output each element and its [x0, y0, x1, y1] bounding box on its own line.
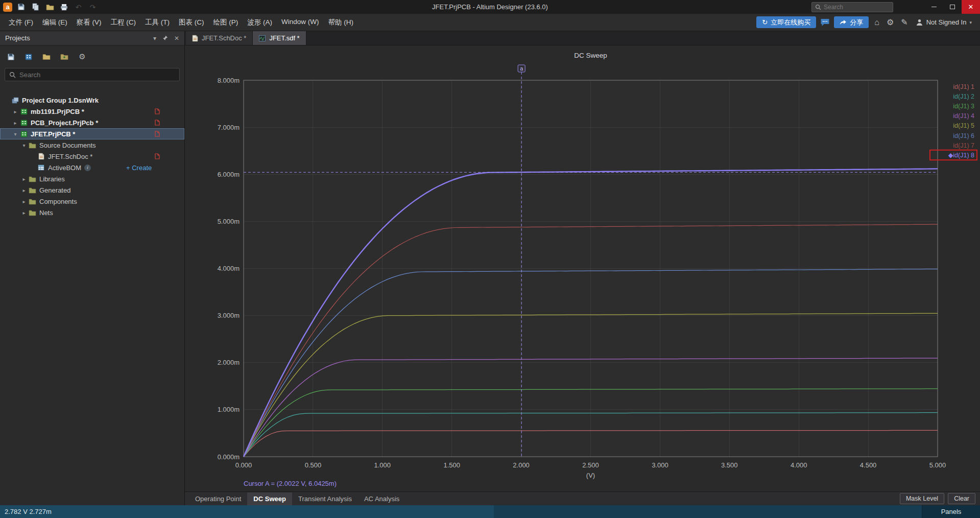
tree-item-libraries[interactable]: ▸Libraries	[0, 173, 184, 184]
svg-text:2.500: 2.500	[582, 461, 599, 469]
chat-icon[interactable]	[820, 18, 830, 27]
documents-icon[interactable]	[31, 3, 40, 11]
tree-item-project-group-1-dsnwrk[interactable]: Project Group 1.DsnWrk	[0, 95, 184, 106]
legend-entry-2[interactable]: id(J1) 2	[953, 93, 974, 100]
tree-item-label: mb1191.PrjPCB *	[31, 108, 84, 115]
chevron-right-icon[interactable]: ▸	[20, 187, 28, 193]
buy-online-button[interactable]: ↻ 立即在线购买	[756, 16, 816, 28]
customize-icon[interactable]: ✎	[899, 17, 909, 27]
panels-button[interactable]: Panels	[922, 505, 980, 518]
print-icon[interactable]	[60, 3, 68, 11]
chevron-right-icon[interactable]: ▸	[20, 210, 28, 216]
menu-item-e[interactable]: 编辑 (E)	[38, 14, 72, 31]
svg-text:2.000m: 2.000m	[218, 359, 240, 366]
legend-entry-5[interactable]: id(J1) 5	[953, 122, 974, 129]
analysis-tab-operating-point[interactable]: Operating Point	[189, 492, 247, 505]
projects-search[interactable]	[5, 68, 180, 81]
projects-toolbar: ⚙	[0, 45, 184, 61]
menu-item-window-w[interactable]: Window (W)	[277, 14, 324, 31]
create-link[interactable]: + Create	[126, 164, 152, 172]
titlebar-search-input[interactable]	[824, 4, 890, 11]
schdoc-icon	[36, 153, 46, 160]
tree-item-nets[interactable]: ▸Nets	[0, 207, 184, 218]
altium-logo-icon[interactable]: a	[3, 3, 12, 12]
maximize-button[interactable]	[943, 0, 962, 14]
chevron-right-icon[interactable]: ▸	[12, 109, 19, 114]
tree-item-source-documents[interactable]: ▾Source Documents	[0, 139, 184, 151]
menu-item-c[interactable]: 图表 (C)	[174, 14, 209, 31]
analysis-tab-dc-sweep[interactable]: DC Sweep	[247, 492, 292, 505]
info-icon: i	[84, 164, 91, 171]
menu-item-c[interactable]: 工程 (C)	[106, 14, 141, 31]
analysis-tabs: Operating PointDC SweepTransient Analysi…	[189, 492, 405, 505]
chevron-right-icon[interactable]: ▸	[20, 199, 28, 204]
document-tab-jfet-schdoc[interactable]: JFET.SchDoc *	[186, 31, 253, 45]
menu-item-v[interactable]: 察看 (V)	[72, 14, 106, 31]
menubar: 文件 (F)编辑 (E)察看 (V)工程 (C)工具 (T)图表 (C)绘图 (…	[0, 14, 980, 31]
chevron-down-icon[interactable]: ▾	[12, 131, 19, 137]
pin-icon[interactable]	[162, 35, 168, 41]
mask-level-button[interactable]: Mask Level	[900, 493, 944, 504]
gear-icon[interactable]: ⚙	[885, 17, 895, 27]
gear-icon[interactable]: ⚙	[78, 52, 87, 61]
analysis-tab-transient-analysis[interactable]: Transient Analysis	[292, 492, 358, 505]
tab-label: JFET.SchDoc *	[202, 34, 246, 42]
titlebar-search[interactable]	[811, 2, 893, 12]
panel-menu-icon[interactable]: ▾	[153, 35, 156, 42]
svg-text:3.000m: 3.000m	[218, 312, 240, 319]
tree-item-components[interactable]: ▸Components	[0, 196, 184, 207]
document-tab-jfet-sdf[interactable]: JFET.sdf *	[253, 31, 306, 45]
save-icon[interactable]	[6, 52, 15, 61]
tree-item-jfet-prjpcb[interactable]: ▾JFET.PrjPCB *	[0, 128, 184, 139]
x-axis-unit: (V)	[586, 472, 595, 479]
analysis-tab-ac-analysis[interactable]: AC Analysis	[358, 492, 405, 505]
undo-icon[interactable]: ↶	[74, 3, 83, 11]
project-icon	[19, 120, 29, 126]
menubar-items: 文件 (F)编辑 (E)察看 (V)工程 (C)工具 (T)图表 (C)绘图 (…	[4, 14, 358, 31]
projects-panel-header: Projects ▾ ✕	[0, 31, 184, 45]
home-icon[interactable]: ⌂	[873, 18, 881, 27]
y-axis-labels: 0.000m1.000m2.000m3.000m4.000m5.000m6.00…	[218, 77, 240, 461]
share-button[interactable]: 分享	[834, 16, 869, 28]
chevron-right-icon[interactable]: ▸	[20, 176, 28, 182]
cursor-a-handle[interactable]: a	[518, 65, 525, 72]
svg-text:5.000: 5.000	[929, 461, 946, 469]
menu-item-h[interactable]: 帮助 (H)	[324, 14, 358, 31]
chevron-down-icon[interactable]: ▾	[20, 143, 28, 148]
save-icon[interactable]	[17, 3, 26, 11]
close-button[interactable]: ✕	[962, 0, 980, 14]
signin-menu[interactable]: Not Signed In ▾	[916, 18, 972, 26]
dc-sweep-chart[interactable]: aDC Sweep0.000m1.000m2.000m3.000m4.000m5…	[185, 45, 980, 491]
menu-item-t[interactable]: 工具 (T)	[140, 14, 174, 31]
legend-entry-3[interactable]: id(J1) 3	[953, 103, 974, 110]
compile-icon[interactable]	[24, 52, 33, 61]
legend-entry-7[interactable]: id(J1) 7	[953, 142, 974, 149]
clear-button[interactable]: Clear	[948, 493, 975, 504]
redo-icon[interactable]: ↷	[88, 3, 97, 11]
close-icon[interactable]: ✕	[174, 35, 179, 42]
tree-item-label: Components	[39, 198, 77, 205]
legend-entry-8[interactable]: ◆id(J1) 8	[948, 152, 974, 159]
coordinate-readout: 2.782 V 2.727m	[0, 508, 52, 515]
tree-item-mb1191-prjpcb[interactable]: ▸mb1191.PrjPCB *	[0, 106, 184, 117]
open-folder-icon[interactable]	[45, 3, 54, 11]
minimize-button[interactable]	[925, 0, 943, 14]
tree-item-pcb-project-prjpcb[interactable]: ▸PCB_Project.PrjPcb *	[0, 117, 184, 128]
cursor-readout: Cursor A = (2.0022 V, 6.0425m)	[244, 480, 337, 487]
chevron-right-icon[interactable]: ▸	[12, 120, 19, 126]
projects-search-input[interactable]	[19, 71, 175, 79]
menu-item-a[interactable]: 波形 (A)	[243, 14, 277, 31]
open-folder-icon[interactable]	[42, 52, 51, 61]
statusbar-segment	[0, 505, 494, 518]
buy-online-label: 立即在线购买	[771, 18, 810, 27]
tree-item-jfet-schdoc[interactable]: JFET.SchDoc *	[0, 151, 184, 162]
legend-entry-6[interactable]: id(J1) 6	[953, 132, 974, 139]
menu-item-f[interactable]: 文件 (F)	[4, 14, 38, 31]
menu-item-p[interactable]: 绘图 (P)	[209, 14, 243, 31]
tree-item-generated[interactable]: ▸Generated	[0, 184, 184, 196]
legend-entry-4[interactable]: id(J1) 4	[953, 112, 974, 120]
folder-icon	[28, 176, 37, 182]
add-folder-icon[interactable]	[60, 52, 69, 61]
tree-item-activebom[interactable]: ActiveBOMi+ Create	[0, 162, 184, 173]
legend-entry-1[interactable]: id(J1) 1	[953, 83, 974, 90]
